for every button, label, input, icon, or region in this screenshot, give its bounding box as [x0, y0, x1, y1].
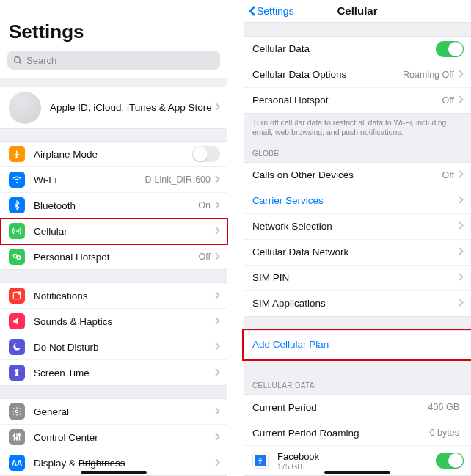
calls-other-devices-row[interactable]: Calls on Other Devices Off — [244, 163, 471, 188]
chevron-right-icon — [459, 69, 464, 80]
row-label: Notifications — [34, 290, 215, 301]
row-label: Cellular Data Network — [252, 246, 459, 257]
wifi-row[interactable]: Wi-Fi D-Link_DIR-600 — [0, 167, 227, 193]
svg-point-12 — [13, 435, 15, 436]
chevron-right-icon — [215, 200, 220, 211]
settings-screen: Settings Search Apple ID, iCloud, iTunes… — [0, 0, 227, 476]
row-value: On — [198, 200, 211, 210]
row-label: Add Cellular Plan — [252, 339, 464, 350]
notifications-row[interactable]: Notifications — [0, 283, 227, 309]
svg-point-5 — [17, 256, 21, 260]
row-value: 406 GB — [428, 402, 459, 412]
cellular-row[interactable]: Cellular — [0, 219, 227, 244]
chevron-right-icon — [459, 272, 464, 283]
dnd-row[interactable]: Do Not Disturb — [0, 334, 227, 360]
nav-title: Cellular — [337, 4, 377, 17]
apple-id-label: Apple ID, iCloud, iTunes & App Store — [50, 102, 215, 113]
svg-line-1 — [19, 62, 21, 64]
cellular-data-toggle[interactable] — [436, 41, 464, 57]
chevron-right-icon — [215, 290, 220, 301]
facebook-icon — [252, 453, 269, 469]
hotspot-row[interactable]: Personal Hotspot Off — [0, 244, 227, 269]
bluetooth-icon — [9, 197, 25, 213]
current-period-row: Current Period 406 GB — [244, 395, 471, 420]
svg-point-2 — [16, 182, 18, 183]
cellular-icon — [9, 223, 25, 239]
row-label: Cellular — [34, 226, 215, 237]
row-label: Cellular Data Options — [252, 69, 403, 80]
row-label: SIM Applications — [252, 298, 459, 309]
screentime-row[interactable]: Screen Time — [0, 360, 227, 385]
avatar — [9, 92, 41, 124]
row-label: Screen Time — [34, 367, 215, 378]
airplane-toggle[interactable] — [192, 146, 220, 162]
group-note: Turn off cellular data to restrict all d… — [244, 114, 471, 141]
airplane-mode-row[interactable]: Airplane Mode — [0, 142, 227, 167]
page-title: Settings — [0, 0, 227, 48]
home-indicator — [81, 471, 147, 474]
row-label: Carrier Services — [252, 195, 459, 206]
search-container: Search — [0, 48, 227, 78]
back-label: Settings — [257, 5, 294, 17]
chevron-right-icon — [215, 226, 220, 237]
row-value: 0 bytes — [430, 428, 459, 438]
search-placeholder: Search — [26, 55, 56, 66]
row-label: Facebook — [277, 451, 436, 462]
row-label: Wi-Fi — [34, 175, 145, 186]
row-sub-label: 175 GB — [277, 463, 436, 471]
row-label: Current Period — [252, 402, 428, 413]
dnd-icon — [9, 339, 25, 355]
chevron-right-icon — [215, 252, 220, 263]
back-button[interactable]: Settings — [248, 5, 294, 17]
chevron-right-icon — [215, 175, 220, 186]
cellular-data-options-row[interactable]: Cellular Data Options Roaming Off — [244, 62, 471, 88]
add-cellular-plan-row[interactable]: Add Cellular Plan — [244, 331, 471, 359]
svg-point-8 — [15, 410, 18, 413]
svg-point-0 — [15, 56, 21, 62]
facebook-toggle[interactable] — [436, 453, 464, 469]
chevron-right-icon — [215, 316, 220, 327]
row-label: Calls on Other Devices — [252, 169, 442, 180]
row-value: Off — [442, 95, 454, 106]
notifications-icon — [9, 288, 25, 304]
chevron-right-icon — [215, 406, 220, 417]
search-icon — [13, 56, 23, 65]
bluetooth-row[interactable]: Bluetooth On — [0, 193, 227, 219]
cellular-screen: Settings Cellular Cellular Data Cellular… — [244, 0, 471, 476]
chevron-right-icon — [215, 342, 220, 353]
svg-point-14 — [18, 434, 20, 436]
sim-pin-row[interactable]: SIM PIN — [244, 266, 471, 291]
cellular-data-network-row[interactable]: Cellular Data Network — [244, 240, 471, 266]
group-header-cellular-data: CELLULAR DATA — [244, 373, 471, 394]
personal-hotspot-row[interactable]: Personal Hotspot Off — [244, 88, 471, 113]
sim-applications-row[interactable]: SIM Applications — [244, 291, 471, 316]
row-label: Bluetooth — [34, 200, 198, 211]
chevron-right-icon — [215, 458, 220, 469]
svg-point-7 — [18, 291, 21, 295]
hotspot-icon — [9, 249, 25, 265]
screentime-icon — [9, 365, 25, 381]
row-label: Display & BrightnessDisplay & Brightness — [34, 458, 215, 469]
carrier-services-row[interactable]: Carrier Services — [244, 188, 471, 214]
chevron-right-icon — [459, 246, 464, 257]
svg-point-4 — [13, 255, 17, 258]
cellular-data-row[interactable]: Cellular Data — [244, 37, 471, 62]
row-label: SIM PIN — [252, 272, 459, 283]
search-input[interactable]: Search — [7, 51, 220, 70]
row-value: D-Link_DIR-600 — [145, 175, 211, 185]
airplane-icon — [9, 146, 25, 162]
chevron-right-icon — [215, 432, 220, 443]
row-label: Sounds & Haptics — [34, 316, 215, 327]
network-selection-row[interactable]: Network Selection — [244, 214, 471, 240]
sounds-row[interactable]: Sounds & Haptics — [0, 309, 227, 334]
svg-point-13 — [16, 438, 18, 439]
row-label: Do Not Disturb — [34, 342, 215, 353]
sounds-icon — [9, 313, 25, 329]
general-row[interactable]: General — [0, 399, 227, 425]
row-label: Network Selection — [252, 221, 459, 232]
row-value: Roaming Off — [403, 70, 454, 80]
apple-id-row[interactable]: Apple ID, iCloud, iTunes & App Store — [0, 87, 227, 128]
control-center-row[interactable]: Control Center — [0, 425, 227, 450]
row-label: Airplane Mode — [34, 149, 192, 160]
control-center-icon — [9, 429, 25, 445]
